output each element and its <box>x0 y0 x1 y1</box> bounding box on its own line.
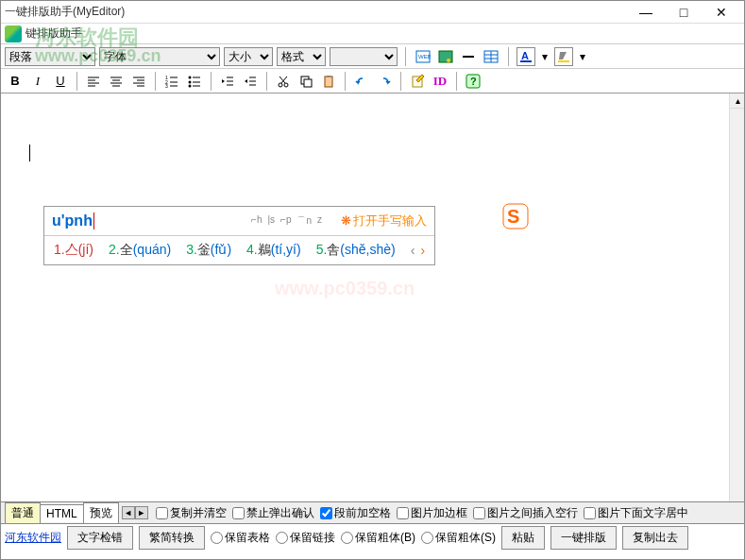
size-select[interactable]: 大小 <box>224 47 273 66</box>
copy-out-button[interactable]: 复制出去 <box>622 526 688 550</box>
text-cursor <box>29 144 30 161</box>
copy-button[interactable] <box>296 72 316 91</box>
ime-handwrite-link[interactable]: ❋打开手写输入 <box>341 212 427 229</box>
ime-candidate-3[interactable]: 3.釡(fǔ) <box>186 242 231 259</box>
ime-tool-z[interactable]: z <box>317 214 322 228</box>
bullet-list-button[interactable] <box>184 72 205 91</box>
redo-button[interactable] <box>374 72 395 91</box>
rb-keep-bold-b[interactable]: 保留粗体(B) <box>341 530 415 546</box>
svg-point-42 <box>279 83 282 87</box>
ime-tool-h[interactable]: ⌐h <box>251 214 262 228</box>
svg-rect-49 <box>327 76 330 77</box>
font-color-button[interactable]: A <box>516 47 535 66</box>
rb-keep-table[interactable]: 保留表格 <box>211 530 270 546</box>
bold-button[interactable]: B <box>5 72 25 91</box>
svg-text:?: ? <box>470 76 477 87</box>
extra-select[interactable] <box>330 47 398 66</box>
maximize-button[interactable]: □ <box>665 1 703 24</box>
align-right-button[interactable] <box>128 72 149 91</box>
paragraph-select[interactable]: 段落 <box>5 47 95 66</box>
editor-area[interactable]: ▴ <box>1 93 744 501</box>
undo-button[interactable] <box>351 72 372 91</box>
cut-button[interactable] <box>273 72 294 91</box>
ime-candidate-5[interactable]: 5.舎(shě,shè) <box>316 242 396 259</box>
svg-text:3: 3 <box>165 83 168 88</box>
tab-preview[interactable]: 预览 <box>83 502 119 523</box>
ime-candidate-4[interactable]: 4.鵜(tí,yí) <box>246 242 301 259</box>
one-key-format-button[interactable]: 一键排版 <box>550 526 617 550</box>
italic-button[interactable]: I <box>27 72 48 91</box>
align-left-button[interactable] <box>83 72 104 91</box>
id-button[interactable]: ID <box>430 72 450 91</box>
numbered-list-button[interactable]: 123 <box>161 72 182 91</box>
close-button[interactable]: ✕ <box>703 1 740 24</box>
paste-button[interactable] <box>318 72 339 91</box>
tab-scroll-left-icon[interactable]: ◄ <box>122 506 135 519</box>
font-select[interactable]: 字体 <box>99 47 220 66</box>
svg-point-43 <box>284 83 288 87</box>
view-tabs-row: 普通 HTML 预览 ◄► 复制并清空 禁止弹出确认 段前加空格 图片加边框 图… <box>1 501 744 524</box>
svg-rect-11 <box>558 60 569 62</box>
vendor-link[interactable]: 河东软件园 <box>5 530 61 546</box>
format-toolbar: 段落 字体 大小 格式 WEB A ▾ ▾ <box>1 44 744 69</box>
svg-point-34 <box>189 84 192 87</box>
sogou-logo-icon: S <box>501 202 530 230</box>
paste-button[interactable]: 粘贴 <box>501 526 545 550</box>
tab-scroll-right-icon[interactable]: ► <box>135 506 148 519</box>
svg-point-32 <box>189 80 192 83</box>
ime-tool-n[interactable]: ⌒n <box>296 214 312 228</box>
menu-title: 键排版助手 <box>25 25 82 42</box>
ime-candidate-2[interactable]: 2.全(quán) <box>109 242 171 259</box>
svg-text:S: S <box>507 206 519 227</box>
web-icon[interactable]: WEB <box>414 47 432 66</box>
tab-html[interactable]: HTML <box>40 504 84 522</box>
cb-img-blank[interactable]: 图片之间插入空行 <box>473 505 578 521</box>
cb-img-border[interactable]: 图片加边框 <box>397 505 467 521</box>
cb-copy-clear[interactable]: 复制并清空 <box>156 505 227 521</box>
ime-cursor <box>93 212 94 229</box>
image-button[interactable] <box>436 47 455 66</box>
indent-button[interactable] <box>240 72 261 91</box>
ime-next-icon[interactable]: › <box>420 243 425 258</box>
tab-normal[interactable]: 普通 <box>5 502 41 523</box>
ime-panel: u'pnh ⌐h |s ⌐p ⌒n z ❋打开手写输入 1.亼(jí) 2.全(… <box>43 206 435 265</box>
font-color-dropdown[interactable]: ▾ <box>539 47 550 66</box>
ime-prev-icon[interactable]: ‹ <box>411 243 415 258</box>
ime-tool-s[interactable]: |s <box>267 214 275 228</box>
underline-button[interactable]: U <box>50 72 71 91</box>
cb-para-space[interactable]: 段前加空格 <box>320 505 391 521</box>
edit-source-button[interactable] <box>407 72 428 91</box>
svg-text:WEB: WEB <box>418 54 431 59</box>
cb-no-popup[interactable]: 禁止弹出确认 <box>232 505 314 521</box>
table-button[interactable] <box>482 47 500 66</box>
text-check-button[interactable]: 文字检错 <box>67 526 133 550</box>
svg-rect-47 <box>304 79 312 87</box>
highlight-button[interactable] <box>554 47 573 66</box>
rb-keep-bold-s[interactable]: 保留粗体(S) <box>421 530 496 546</box>
svg-text:A: A <box>521 50 529 61</box>
ime-tool-p[interactable]: ⌐p <box>280 214 291 228</box>
svg-rect-48 <box>325 76 332 87</box>
align-center-button[interactable] <box>106 72 127 91</box>
format-select[interactable]: 格式 <box>277 47 326 66</box>
window-title: 一键排版助手(MyEditor) <box>5 4 627 20</box>
rb-keep-link[interactable]: 保留链接 <box>276 530 335 546</box>
bottom-toolbar: 河东软件园 文字检错 繁简转换 保留表格 保留链接 保留粗体(B) 保留粗体(S… <box>1 524 744 551</box>
convert-button[interactable]: 繁简转换 <box>139 526 205 550</box>
scroll-up-icon[interactable]: ▴ <box>730 93 744 109</box>
svg-point-30 <box>189 76 192 78</box>
highlight-dropdown[interactable]: ▾ <box>577 47 588 66</box>
ime-candidate-1[interactable]: 1.亼(jí) <box>54 242 93 259</box>
vertical-scrollbar[interactable]: ▴ <box>729 93 744 501</box>
svg-rect-10 <box>520 60 532 62</box>
hr-button[interactable] <box>459 47 478 66</box>
minimize-button[interactable]: — <box>627 1 665 24</box>
ime-toolbar: ⌐h |s ⌐p ⌒n z <box>251 214 322 228</box>
cb-img-center[interactable]: 图片下面文字居中 <box>584 505 688 521</box>
app-logo-icon <box>5 25 22 42</box>
ime-nav: ‹› <box>411 243 425 258</box>
edit-toolbar: B I U 123 ID ? <box>1 69 744 93</box>
outdent-button[interactable] <box>217 72 238 91</box>
help-button[interactable]: ? <box>463 72 483 91</box>
ime-input-text: u'pnh <box>52 212 93 229</box>
